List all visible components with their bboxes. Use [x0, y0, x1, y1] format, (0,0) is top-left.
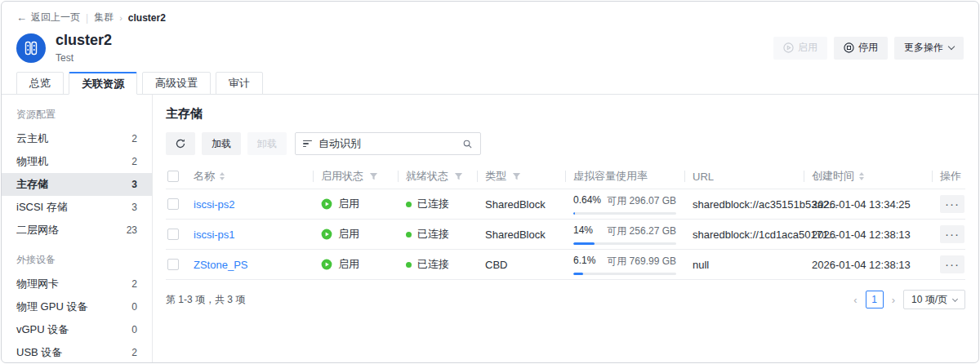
row-checkbox[interactable] [167, 229, 179, 240]
usage-percent: 0.64% [573, 194, 601, 208]
usage-available: 可用 769.99 GB [607, 255, 676, 269]
header-actions: 启用 停用 更多操作 [773, 37, 964, 60]
column-header-type[interactable]: 类型 [477, 169, 565, 184]
filter-lines-icon [303, 140, 312, 147]
sidebar-item-physical-nic[interactable]: 物理网卡 2 [2, 273, 152, 295]
search-box[interactable]: 自动识别 [295, 132, 481, 155]
column-label: 虚拟容量使用率 [573, 169, 648, 184]
enabled-status-icon [321, 259, 332, 270]
load-button[interactable]: 加载 [202, 132, 241, 155]
table-footer: 第 1-3 项，共 3 项 ‹ 1 › 10 项/页 [166, 290, 965, 309]
storage-name-link[interactable]: iscsi-ps1 [194, 229, 235, 241]
sidebar-item-label: 物理机 [16, 154, 48, 169]
sidebar-item-l2-network[interactable]: 二层网络 23 [2, 219, 152, 242]
sidebar-item-count: 3 [131, 179, 137, 190]
body: 资源配置 云主机 2 物理机 2 主存储 3 iSCSI 存储 3 二层网络 2… [2, 95, 978, 362]
more-actions-button[interactable]: 更多操作 [894, 37, 964, 60]
select-all-checkbox[interactable] [167, 171, 179, 182]
back-link[interactable]: ← 返回上一页 [16, 11, 80, 24]
column-header-ops: 操作 [932, 169, 965, 184]
next-page-icon[interactable]: › [890, 294, 897, 306]
sidebar-item-label: iSCSI 存储 [16, 200, 68, 215]
sidebar-item-primary-storage[interactable]: 主存储 3 [2, 173, 152, 196]
sidebar-item-vgpu[interactable]: vGPU 设备 0 [2, 318, 152, 341]
row-checkbox[interactable] [167, 259, 179, 270]
chevron-down-icon [952, 295, 958, 301]
enable-button[interactable]: 启用 [773, 37, 827, 60]
sidebar-item-label: 物理 GPU 设备 [16, 300, 87, 314]
storage-name-link[interactable]: iscsi-ps2 [194, 198, 235, 211]
row-checkbox[interactable] [167, 198, 179, 210]
sidebar-item-physical-machine[interactable]: 物理机 2 [2, 150, 152, 173]
back-label: 返回上一页 [31, 11, 80, 24]
title-block: cluster2 Test [56, 32, 112, 64]
column-header-created[interactable]: 创建时间 [804, 169, 932, 184]
filter-icon[interactable] [369, 172, 378, 181]
tab-related-resources[interactable]: 关联资源 [69, 72, 137, 95]
sidebar-item-count: 2 [131, 347, 137, 358]
pagination: ‹ 1 › 10 项/页 [852, 290, 965, 309]
search-mode-value[interactable]: 自动识别 [318, 136, 456, 151]
storage-url: null [693, 259, 709, 271]
unload-button[interactable]: 卸载 [247, 132, 287, 155]
row-actions-button[interactable]: ··· [940, 195, 964, 213]
disable-button[interactable]: 停用 [834, 37, 888, 60]
created-time: 2026-01-04 12:38:13 [812, 259, 911, 271]
column-label: 类型 [485, 169, 506, 184]
storage-type: CBD [485, 259, 507, 271]
page-subtitle: Test [56, 52, 112, 64]
sidebar-item-count: 2 [131, 156, 137, 167]
sidebar-item-physical-gpu[interactable]: 物理 GPU 设备 0 [2, 295, 152, 318]
usage-percent: 14% [573, 224, 593, 238]
ready-state-label: 已连接 [417, 227, 449, 242]
sidebar-item-label: 物理网卡 [16, 277, 59, 291]
sort-icon[interactable] [220, 172, 225, 180]
refresh-button[interactable] [166, 132, 195, 155]
usage-percent: 6.1% [573, 255, 595, 269]
column-header-url: URL [684, 171, 804, 183]
prev-page-icon[interactable]: ‹ [852, 294, 858, 306]
sidebar-item-iscsi-storage[interactable]: iSCSI 存储 3 [2, 196, 152, 219]
page-size-value: 10 项/页 [911, 293, 947, 307]
sidebar-item-count: 3 [131, 202, 137, 213]
search-icon[interactable] [462, 139, 473, 149]
sidebar-section-title: 资源配置 [2, 96, 152, 127]
enable-state-label: 启用 [338, 257, 359, 272]
breadcrumb-divider: | [86, 12, 88, 24]
storage-name-link[interactable]: ZStone_PS [194, 259, 248, 271]
column-header-enable-state[interactable]: 启用状态 [313, 169, 398, 184]
connected-dot-icon [406, 232, 412, 237]
page-number[interactable]: 1 [866, 291, 884, 309]
breadcrumb: ← 返回上一页 | 集群 › cluster2 [16, 11, 964, 24]
usage-progress-bar [573, 242, 676, 245]
row-actions-button[interactable]: ··· [940, 225, 964, 243]
created-time: 2026-01-04 12:38:13 [812, 229, 911, 241]
sidebar-item-vm[interactable]: 云主机 2 [2, 127, 152, 150]
row-actions-button[interactable]: ··· [940, 255, 964, 273]
usage-cell: 14% 可用 256.27 GB [565, 224, 684, 245]
table-row: iscsi-ps1 启用 已连接 SharedBlock 1 [166, 220, 965, 250]
sidebar-item-usb[interactable]: USB 设备 2 [2, 341, 152, 363]
filter-icon[interactable] [512, 172, 521, 181]
column-header-name[interactable]: 名称 [194, 169, 313, 184]
breadcrumb-chevron-icon: › [119, 13, 122, 23]
refresh-icon [175, 138, 186, 149]
tab-audit[interactable]: 审计 [216, 72, 263, 95]
filter-icon[interactable] [454, 172, 463, 181]
tab-overview[interactable]: 总览 [16, 72, 64, 95]
sidebar: 资源配置 云主机 2 物理机 2 主存储 3 iSCSI 存储 3 二层网络 2… [2, 95, 153, 362]
content-title: 主存储 [166, 106, 965, 122]
column-header-usage: 虚拟容量使用率 [565, 169, 684, 184]
tab-advanced-settings[interactable]: 高级设置 [142, 72, 211, 95]
enable-state-label: 启用 [338, 227, 359, 242]
sort-icon[interactable] [859, 172, 864, 180]
column-header-ready-state[interactable]: 就绪状态 [398, 169, 477, 184]
usage-progress-bar [573, 273, 676, 275]
usage-cell: 0.64% 可用 296.07 GB [565, 194, 684, 215]
table-header-row: 名称 启用状态 就绪状态 [166, 164, 965, 189]
column-label: 操作 [940, 169, 961, 184]
page-size-select[interactable]: 10 项/页 [903, 290, 965, 309]
breadcrumb-section[interactable]: 集群 [94, 11, 114, 24]
column-label: 启用状态 [321, 169, 363, 184]
created-time: 2026-01-04 13:34:25 [812, 198, 911, 211]
